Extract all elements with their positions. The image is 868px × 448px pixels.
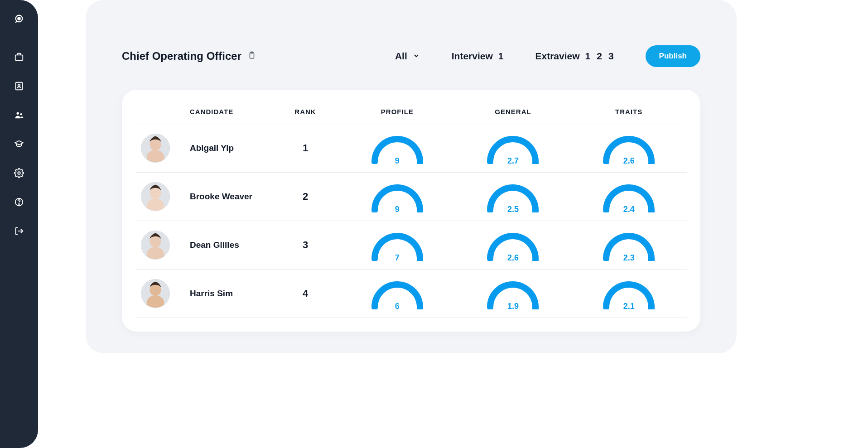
svg-point-13 bbox=[149, 139, 161, 150]
logo-icon[interactable] bbox=[14, 14, 24, 24]
gauge-general: 1.9 bbox=[483, 278, 542, 309]
id-badge-icon[interactable] bbox=[14, 81, 24, 92]
gauge-profile-value: 9 bbox=[368, 156, 427, 166]
gauge-traits-value: 2.3 bbox=[599, 253, 658, 263]
gauge-traits: 2.4 bbox=[599, 181, 658, 212]
candidate-rank: 4 bbox=[271, 288, 339, 299]
people-icon[interactable] bbox=[14, 110, 24, 120]
gauge-traits-value: 2.1 bbox=[599, 302, 658, 311]
svg-point-9 bbox=[19, 204, 19, 205]
page-title: Chief Operating Officer bbox=[122, 50, 241, 63]
avatar bbox=[141, 182, 170, 211]
th-general: GENERAL bbox=[455, 108, 571, 116]
gear-icon[interactable] bbox=[14, 168, 24, 178]
svg-point-17 bbox=[149, 236, 161, 247]
svg-point-1 bbox=[18, 17, 20, 20]
svg-point-15 bbox=[149, 188, 161, 199]
tab-interview-label: Interview bbox=[452, 51, 493, 62]
table-row[interactable]: Brooke Weaver 2 9 2.5 2.4 bbox=[135, 173, 687, 221]
chevron-down-icon bbox=[413, 51, 420, 62]
gauge-traits: 2.1 bbox=[599, 278, 658, 309]
table-header: CANDIDATE RANK PROFILE GENERAL TRAITS bbox=[135, 103, 687, 124]
tab-interview-nums: 1 bbox=[498, 51, 504, 62]
tab-extraview-label: Extraview bbox=[535, 51, 579, 62]
tab-interview[interactable]: Interview 1 bbox=[452, 51, 504, 62]
publish-button[interactable]: Publish bbox=[646, 45, 700, 67]
candidate-name: Harris Sim bbox=[190, 289, 271, 299]
help-icon[interactable] bbox=[14, 197, 24, 207]
gauge-traits-value: 2.4 bbox=[599, 205, 658, 214]
svg-rect-2 bbox=[15, 55, 23, 60]
avatar bbox=[141, 279, 170, 308]
table-row[interactable]: Dean Gillies 3 7 2.6 2.3 bbox=[135, 221, 687, 270]
svg-point-7 bbox=[18, 172, 20, 174]
gauge-profile-value: 9 bbox=[368, 205, 427, 214]
th-candidate: CANDIDATE bbox=[190, 108, 271, 116]
gauge-general-value: 2.7 bbox=[483, 156, 542, 166]
content-canvas: Chief Operating Officer All Interview 1 … bbox=[86, 0, 737, 353]
avatar bbox=[141, 134, 170, 163]
tab-all-label: All bbox=[395, 51, 407, 62]
gauge-general-value: 2.6 bbox=[483, 253, 542, 263]
svg-point-4 bbox=[18, 84, 20, 87]
gauge-general: 2.5 bbox=[483, 181, 542, 212]
tab-extraview-nums: 123 bbox=[585, 51, 614, 62]
candidate-rank: 3 bbox=[271, 239, 339, 251]
gauge-profile: 9 bbox=[368, 132, 427, 164]
briefcase-icon[interactable] bbox=[14, 52, 24, 63]
svg-point-5 bbox=[17, 112, 19, 115]
table-row[interactable]: Abigail Yip 1 9 2.7 2.6 bbox=[135, 124, 687, 173]
gauge-general: 2.6 bbox=[483, 229, 542, 261]
gauge-traits: 2.3 bbox=[599, 229, 658, 261]
th-traits: TRAITS bbox=[571, 108, 687, 116]
gauge-profile: 9 bbox=[368, 181, 427, 212]
logout-icon[interactable] bbox=[14, 226, 24, 236]
gauge-general-value: 2.5 bbox=[483, 205, 542, 214]
tabs: All Interview 1 Extraview 123 Publish bbox=[274, 45, 700, 67]
th-profile: PROFILE bbox=[339, 108, 455, 116]
candidate-name: Dean Gillies bbox=[190, 240, 271, 250]
svg-point-19 bbox=[149, 284, 161, 296]
gauge-traits-value: 2.6 bbox=[599, 156, 658, 166]
gauge-general: 2.7 bbox=[483, 132, 542, 164]
gauge-profile: 6 bbox=[368, 278, 427, 309]
gauge-general-value: 1.9 bbox=[483, 302, 542, 311]
avatar bbox=[141, 231, 170, 260]
table-row[interactable]: Harris Sim 4 6 1.9 2.1 bbox=[135, 270, 687, 318]
gauge-profile-value: 6 bbox=[368, 302, 427, 311]
gauge-traits: 2.6 bbox=[599, 132, 658, 164]
sidebar bbox=[0, 0, 38, 448]
gauge-profile: 7 bbox=[368, 229, 427, 261]
candidate-name: Brooke Weaver bbox=[190, 192, 271, 202]
candidate-name: Abigail Yip bbox=[190, 143, 271, 153]
topbar: Chief Operating Officer All Interview 1 … bbox=[122, 45, 700, 67]
clipboard-icon[interactable] bbox=[248, 51, 256, 62]
tab-all[interactable]: All bbox=[395, 51, 420, 62]
svg-point-6 bbox=[20, 113, 22, 115]
candidate-rank: 2 bbox=[271, 191, 339, 202]
title-group: Chief Operating Officer bbox=[122, 50, 256, 63]
tab-extraview[interactable]: Extraview 123 bbox=[535, 51, 613, 62]
graduation-cap-icon[interactable] bbox=[14, 139, 24, 149]
main-area: Chief Operating Officer All Interview 1 … bbox=[38, 0, 868, 448]
th-rank: RANK bbox=[271, 108, 339, 116]
candidates-card: CANDIDATE RANK PROFILE GENERAL TRAITS Ab… bbox=[122, 90, 700, 332]
gauge-profile-value: 7 bbox=[368, 253, 427, 263]
candidate-rank: 1 bbox=[271, 142, 339, 154]
